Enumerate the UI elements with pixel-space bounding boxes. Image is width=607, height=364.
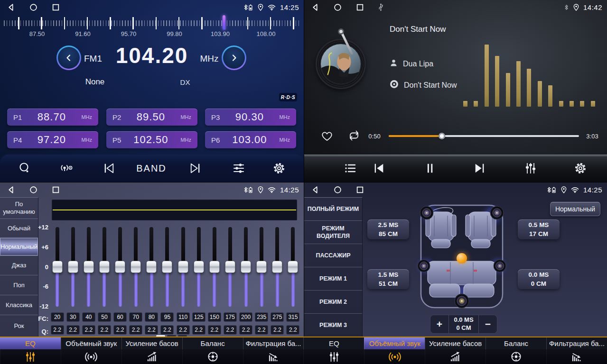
gain-slider[interactable] — [162, 227, 172, 307]
tab-balance-right[interactable]: Баланс — [486, 337, 546, 364]
search-icon[interactable] — [18, 162, 31, 175]
nav-back-button[interactable] — [7, 3, 15, 11]
gain-slider[interactable] — [131, 227, 141, 307]
settings-gear-icon[interactable] — [272, 162, 286, 175]
gain-slider[interactable] — [194, 227, 204, 307]
favorite-heart-icon[interactable] — [320, 129, 334, 142]
nav-recents-button[interactable] — [356, 3, 364, 11]
tab-label: Объёмный звук — [61, 337, 121, 349]
pause-icon[interactable] — [424, 162, 436, 174]
next-track-icon[interactable] — [474, 162, 486, 174]
eq-preset-rock[interactable]: Рок — [0, 315, 38, 337]
nav-back-button[interactable] — [311, 3, 319, 11]
gain-slider[interactable] — [68, 227, 78, 307]
seek-down-button[interactable] — [56, 46, 81, 70]
mode-1[interactable]: РЕЖИМ 1 — [304, 267, 362, 291]
preset-p6-button[interactable]: P6 103.00 MHz — [205, 131, 296, 148]
slider-handle[interactable] — [115, 261, 125, 273]
slider-handle[interactable] — [84, 261, 94, 273]
progress-knob[interactable] — [439, 133, 445, 139]
preset-p4-button[interactable]: P4 97.20 MHz — [7, 131, 98, 148]
repeat-icon[interactable] — [347, 129, 361, 142]
gain-slider[interactable] — [178, 227, 188, 307]
visualizer-bar — [559, 101, 563, 107]
gain-slider[interactable] — [99, 227, 110, 307]
tab-surround-left[interactable]: Объёмный звук — [61, 337, 121, 364]
nav-recents-button[interactable] — [356, 186, 364, 194]
nav-home-button[interactable] — [334, 186, 342, 194]
mode-2[interactable]: РЕЖИМ 2 — [304, 291, 362, 314]
gain-slider[interactable] — [241, 227, 251, 307]
delay-front-left[interactable]: 2.5 MS 85 CM — [367, 219, 409, 239]
previous-station-icon[interactable] — [103, 162, 115, 174]
gain-slider[interactable] — [52, 227, 63, 307]
broadcast-icon[interactable] — [59, 162, 73, 174]
playlist-icon[interactable] — [344, 162, 357, 174]
slider-handle[interactable] — [178, 261, 188, 273]
eq-preset-default[interactable]: По умолчанию — [0, 198, 38, 219]
slider-handle[interactable] — [288, 261, 298, 273]
gain-slider[interactable] — [288, 227, 298, 307]
tab-surround-right[interactable]: Объёмный звук — [364, 337, 425, 364]
slider-handle[interactable] — [52, 261, 63, 273]
sub-delay-minus-button[interactable]: − — [479, 315, 497, 333]
tab-eq-right[interactable]: EQ — [303, 337, 364, 364]
gain-slider[interactable] — [256, 227, 267, 307]
slider-handle[interactable] — [68, 261, 78, 273]
settings-gear-icon[interactable] — [574, 162, 587, 175]
gain-slider[interactable] — [84, 227, 94, 307]
progress-bar[interactable] — [389, 135, 579, 137]
delay-rear-left[interactable]: 1.5 MS 51 CM — [367, 269, 409, 289]
slider-handle[interactable] — [146, 261, 157, 273]
mode-passenger[interactable]: ПАССАЖИР — [304, 244, 362, 267]
tab-label: EQ — [303, 337, 364, 349]
nav-home-button[interactable] — [334, 3, 342, 11]
preset-p5-button[interactable]: P5 102.50 MHz — [106, 131, 197, 148]
mode-full[interactable]: ПОЛНЫЙ РЕЖИМ — [304, 198, 362, 221]
nav-back-button[interactable] — [7, 186, 15, 194]
slider-handle[interactable] — [99, 261, 110, 273]
slider-handle[interactable] — [131, 261, 141, 273]
preset-p2-button[interactable]: P2 89.50 MHz — [106, 109, 197, 126]
mode-3[interactable]: РЕЖИМ 3 — [304, 314, 362, 337]
gain-slider[interactable] — [272, 227, 282, 307]
slider-handle[interactable] — [194, 261, 204, 273]
slider-handle[interactable] — [225, 261, 235, 273]
slider-handle[interactable] — [241, 261, 251, 273]
slider-handle[interactable] — [162, 261, 172, 273]
tab-bass-boost-left[interactable]: Усиление басов — [121, 337, 182, 364]
tab-balance-left[interactable]: Баланс — [182, 337, 243, 364]
nav-home-button[interactable] — [29, 3, 37, 11]
nav-recents-button[interactable] — [52, 3, 60, 11]
tab-bass-boost-right[interactable]: Усиление басов — [425, 337, 486, 364]
tab-bass-filter-left[interactable]: Фильтрация ба... — [243, 337, 304, 364]
album-art[interactable] — [316, 39, 366, 89]
gain-slider[interactable] — [209, 227, 220, 307]
slider-handle[interactable] — [209, 261, 220, 273]
band-button[interactable]: BAND — [136, 163, 167, 174]
seek-up-button[interactable] — [222, 46, 246, 70]
gain-slider[interactable] — [225, 227, 235, 307]
tab-bass-filter-right[interactable]: Фильтрация ба... — [546, 337, 607, 364]
gain-slider[interactable] — [146, 227, 157, 307]
car-cabin-map[interactable] — [411, 200, 512, 315]
delay-rear-right[interactable]: 0.0 MS 0 CM — [518, 269, 560, 289]
slider-handle[interactable] — [256, 261, 267, 273]
delay-front-right[interactable]: 0.5 MS 17 CM — [518, 219, 560, 239]
previous-track-icon[interactable] — [373, 162, 385, 174]
sub-delay-plus-button[interactable]: + — [430, 315, 448, 333]
nav-home-button[interactable] — [29, 186, 37, 194]
audio-settings-icon[interactable] — [232, 162, 245, 175]
preset-p1-button[interactable]: P1 88.70 MHz — [7, 109, 98, 126]
nav-back-button[interactable] — [311, 186, 319, 194]
mode-driver[interactable]: РЕЖИМ ВОДИТЕЛЯ — [304, 221, 362, 244]
next-station-icon[interactable] — [189, 162, 202, 174]
preset-p3-button[interactable]: P3 90.30 MHz — [205, 109, 296, 126]
tab-eq-left[interactable]: EQ — [0, 337, 61, 364]
slider-handle[interactable] — [272, 261, 282, 273]
tuning-scale[interactable] — [4, 17, 301, 29]
soundfield-preset-button[interactable]: Нормальный — [550, 202, 600, 216]
audio-faders-icon[interactable] — [524, 162, 537, 175]
nav-recents-button[interactable] — [52, 186, 60, 194]
gain-slider[interactable] — [115, 227, 125, 307]
